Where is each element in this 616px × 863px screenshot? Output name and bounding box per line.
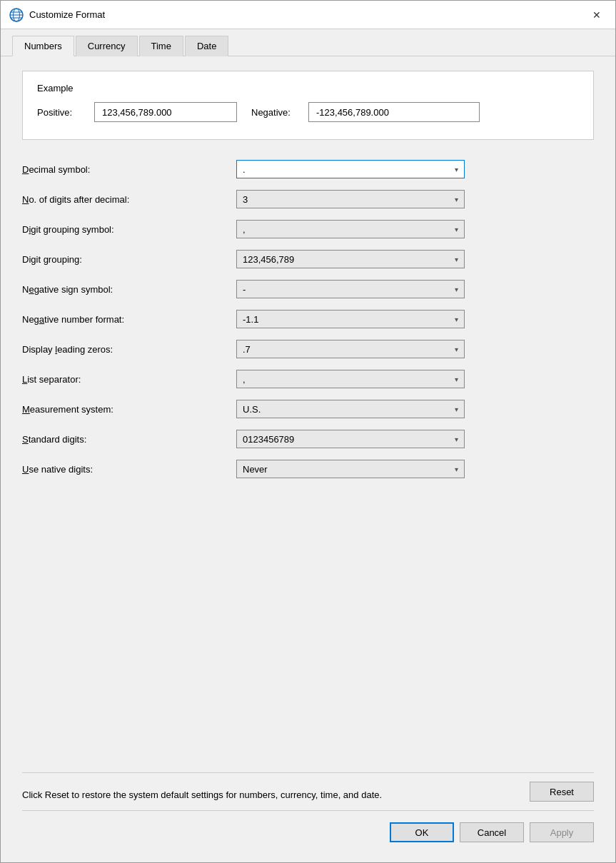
form-row-digit-grouping-symbol: Digit grouping symbol: , ▾	[22, 214, 594, 244]
control-display-leading-zeros: .7 ▾	[236, 340, 594, 358]
tab-time[interactable]: Time	[139, 36, 183, 56]
chevron-down-icon: ▾	[455, 316, 458, 323]
dropdown-decimal-symbol-value: .	[243, 164, 246, 175]
label-digit-grouping: Digit grouping:	[22, 254, 236, 265]
label-negative-number-format: Negative number format:	[22, 314, 236, 325]
negative-value: -123,456,789.000	[308, 102, 480, 122]
chevron-down-icon: ▾	[455, 345, 458, 353]
dropdown-digit-grouping-symbol[interactable]: , ▾	[236, 220, 465, 238]
globe-icon	[9, 8, 24, 22]
dropdown-display-leading-zeros-value: .7	[243, 344, 251, 355]
chevron-down-icon: ▾	[455, 226, 458, 233]
control-negative-sign-symbol: - ▾	[236, 280, 594, 298]
label-measurement-system: Measurement system:	[22, 404, 236, 415]
chevron-down-icon: ▾	[455, 375, 458, 383]
main-content: Example Positive: 123,456,789.000 Negati…	[1, 56, 615, 862]
positive-value: 123,456,789.000	[94, 102, 237, 122]
chevron-down-icon: ▾	[455, 465, 458, 473]
label-use-native-digits: Use native digits:	[22, 464, 236, 475]
dropdown-use-native-digits-value: Never	[243, 464, 268, 475]
control-measurement-system: U.S. ▾	[236, 400, 594, 418]
dropdown-decimal-symbol[interactable]: . ▾	[236, 160, 465, 178]
form-row-negative-number-format: Negative number format: -1.1 ▾	[22, 304, 594, 334]
dropdown-use-native-digits[interactable]: Never ▾	[236, 460, 465, 478]
tab-date[interactable]: Date	[185, 36, 228, 56]
form-row-decimal-symbol: Decimal symbol: . ▾	[22, 154, 594, 184]
form-row-negative-sign-symbol: Negative sign symbol: - ▾	[22, 274, 594, 304]
chevron-down-icon: ▾	[455, 166, 458, 173]
dropdown-display-leading-zeros[interactable]: .7 ▾	[236, 340, 465, 358]
reset-button[interactable]: Reset	[530, 782, 594, 802]
chevron-down-icon: ▾	[455, 405, 458, 413]
label-standard-digits: Standard digits:	[22, 434, 236, 445]
control-digits-after-decimal: 3 ▾	[236, 190, 594, 208]
form-row-use-native-digits: Use native digits: Never ▾	[22, 454, 594, 484]
ok-button[interactable]: OK	[390, 822, 454, 842]
dropdown-digit-grouping-symbol-value: ,	[243, 224, 246, 235]
control-decimal-symbol: . ▾	[236, 160, 594, 178]
dropdown-standard-digits[interactable]: 0123456789 ▾	[236, 430, 465, 448]
dropdown-digits-after-decimal[interactable]: 3 ▾	[236, 190, 465, 208]
customize-format-dialog: Customize Format ✕ Numbers Currency Time…	[0, 0, 616, 863]
control-negative-number-format: -1.1 ▾	[236, 310, 594, 328]
control-digit-grouping-symbol: , ▾	[236, 220, 594, 238]
label-digit-grouping-symbol: Digit grouping symbol:	[22, 224, 236, 235]
positive-label: Positive:	[37, 107, 80, 118]
form-row-measurement-system: Measurement system: U.S. ▾	[22, 394, 594, 424]
chevron-down-icon: ▾	[455, 256, 458, 263]
dropdown-digits-after-decimal-value: 3	[243, 194, 248, 205]
label-negative-sign-symbol: Negative sign symbol:	[22, 284, 236, 295]
close-button[interactable]: ✕	[587, 6, 607, 24]
label-digits-after-decimal: No. of digits after decimal:	[22, 194, 236, 205]
dropdown-list-separator[interactable]: , ▾	[236, 370, 465, 388]
svg-point-5	[10, 9, 23, 21]
dropdown-negative-sign-symbol-value: -	[243, 284, 246, 295]
label-list-separator: List separator:	[22, 374, 236, 385]
dropdown-negative-sign-symbol[interactable]: - ▾	[236, 280, 465, 298]
reset-row: Click Reset to restore the system defaul…	[22, 772, 594, 810]
form-row-list-separator: List separator: , ▾	[22, 364, 594, 394]
bottom-section: Click Reset to restore the system defaul…	[22, 761, 594, 848]
cancel-button[interactable]: Cancel	[460, 822, 524, 842]
tab-currency[interactable]: Currency	[76, 36, 138, 56]
button-row: OK Cancel Apply	[22, 810, 594, 848]
control-use-native-digits: Never ▾	[236, 460, 594, 478]
example-legend: Example	[37, 83, 579, 94]
dropdown-digit-grouping[interactable]: 123,456,789 ▾	[236, 250, 465, 268]
form-row-digit-grouping: Digit grouping: 123,456,789 ▾	[22, 244, 594, 274]
apply-button[interactable]: Apply	[530, 822, 594, 842]
dropdown-measurement-system[interactable]: U.S. ▾	[236, 400, 465, 418]
dropdown-standard-digits-value: 0123456789	[243, 434, 294, 445]
chevron-down-icon: ▾	[455, 196, 458, 203]
form-fields: Decimal symbol: . ▾ No. of digits after …	[22, 154, 594, 484]
tab-bar: Numbers Currency Time Date	[1, 29, 615, 56]
chevron-down-icon: ▾	[455, 286, 458, 293]
reset-description: Click Reset to restore the system defaul…	[22, 788, 382, 802]
dropdown-negative-number-format[interactable]: -1.1 ▾	[236, 310, 465, 328]
title-bar: Customize Format ✕	[1, 1, 615, 29]
control-list-separator: , ▾	[236, 370, 594, 388]
form-row-display-leading-zeros: Display leading zeros: .7 ▾	[22, 334, 594, 364]
label-display-leading-zeros: Display leading zeros:	[22, 344, 236, 355]
negative-label: Negative:	[251, 107, 294, 118]
form-row-digits-after-decimal: No. of digits after decimal: 3 ▾	[22, 184, 594, 214]
example-group: Example Positive: 123,456,789.000 Negati…	[22, 71, 594, 140]
form-row-standard-digits: Standard digits: 0123456789 ▾	[22, 424, 594, 454]
dialog-title: Customize Format	[29, 9, 105, 20]
control-standard-digits: 0123456789 ▾	[236, 430, 594, 448]
example-row: Positive: 123,456,789.000 Negative: -123…	[37, 102, 579, 122]
tab-numbers[interactable]: Numbers	[12, 36, 74, 56]
control-digit-grouping: 123,456,789 ▾	[236, 250, 594, 268]
dropdown-measurement-system-value: U.S.	[243, 404, 261, 415]
chevron-down-icon: ▾	[455, 435, 458, 443]
dropdown-digit-grouping-value: 123,456,789	[243, 254, 294, 265]
dropdown-list-separator-value: ,	[243, 374, 246, 385]
label-decimal-symbol: Decimal symbol:	[22, 164, 236, 175]
dropdown-negative-number-format-value: -1.1	[243, 314, 258, 325]
title-bar-left: Customize Format	[9, 8, 105, 22]
